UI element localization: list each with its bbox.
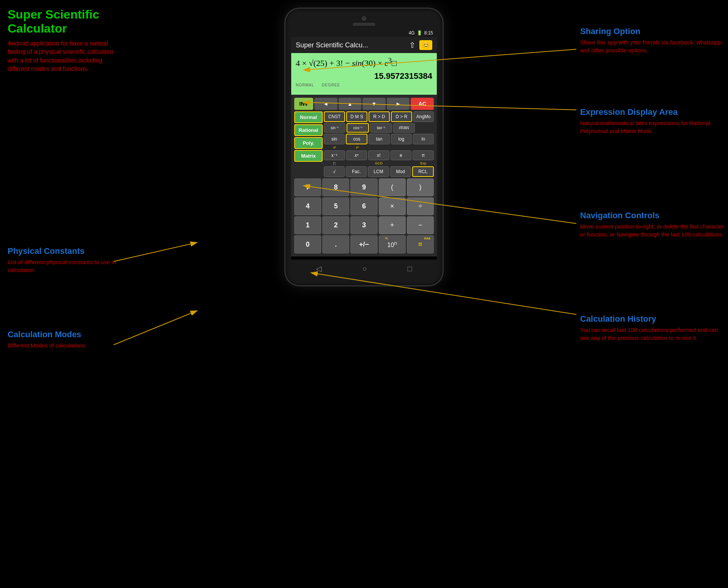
sharing-annotation: Sharing Option Share this app with your … [580, 27, 724, 54]
inv-button[interactable]: INV [294, 98, 313, 110]
app-description: Android application for have a natural f… [8, 39, 121, 74]
numpad: 7 8 9 ( ) 4 5 6 × ÷ 1 2 [294, 178, 434, 253]
num-row-0: 0 . +/− 10n % = Ans [294, 235, 434, 253]
navigation-annotation: Navigation Controls Move current positio… [580, 211, 724, 238]
func-row-2: sin cos tan log ln [324, 134, 434, 144]
ln-button[interactable]: ln [413, 134, 434, 144]
num-row-789: 7 8 9 ( ) [294, 178, 434, 196]
nav-down-button[interactable]: ▼ [362, 98, 386, 110]
network-indicator: 4G [409, 30, 415, 36]
func-row-3-sup: x² x³ [324, 145, 434, 149]
calc-modes-desc: Different Modes of calculations [8, 341, 85, 349]
log-button[interactable]: log [391, 134, 412, 144]
camera [362, 16, 366, 21]
functions-column: CNST D M S R > D D > R AngMo sin⁻¹ cos⁻¹… [324, 111, 434, 177]
expression-annotation: Expression Display Area Natural mathemat… [580, 107, 724, 135]
btn-5[interactable]: 5 [322, 197, 349, 215]
xfact-button[interactable]: x! [368, 150, 389, 160]
rcl-button[interactable]: RCL [412, 166, 434, 177]
sharing-desc: Share this app with your friends via fac… [580, 38, 724, 54]
modes-column: Normal Rational Poly. Matrix [294, 111, 323, 177]
home-nav-icon[interactable]: ○ [362, 264, 367, 273]
navigation-desc: Move current position to right, or delet… [580, 222, 724, 238]
e-button[interactable]: e [391, 150, 412, 160]
history-annotation: Calculation History You can recall last … [580, 314, 724, 342]
calculator-body: INV ◄ ▲ ▼ ► AC Normal Rational Poly. Mat… [291, 95, 437, 256]
emoji-button[interactable]: 😊 [419, 40, 432, 50]
time-display: 8:15 [424, 30, 433, 36]
physical-constants-annotation: Physical Constants List of different phy… [8, 246, 129, 285]
phone-bottom-nav: ◁ ○ □ [291, 260, 437, 278]
ran-button[interactable]: #RAN [393, 123, 415, 133]
sin-button[interactable]: sin [324, 134, 345, 144]
btn-plusminus[interactable]: +/− [350, 235, 377, 253]
btn-6[interactable]: 6 [350, 197, 377, 215]
expression-title: Expression Display Area [580, 107, 724, 117]
btn-equals[interactable]: = Ans [407, 235, 434, 253]
rtod-button[interactable]: R > D [369, 111, 390, 122]
btn-3[interactable]: 3 [350, 216, 377, 234]
btn-dot[interactable]: . [322, 235, 349, 253]
btn-8[interactable]: 8 [322, 178, 349, 196]
calc-modes-title: Calculation Modes [8, 330, 85, 339]
num-row-123: 1 2 3 + − [294, 216, 434, 234]
navigation-title: Navigation Controls [580, 211, 724, 220]
dms-button[interactable]: D M S [346, 111, 367, 122]
app-bar-title: Super Scientific Calcu... [296, 41, 405, 49]
btn-4[interactable]: 4 [294, 197, 321, 215]
nav-left-button[interactable]: ◄ [314, 98, 337, 110]
tan-inv-button[interactable]: tan⁻¹ [370, 123, 392, 133]
mode-matrix-button[interactable]: Matrix [294, 150, 323, 162]
nav-up-button[interactable]: ▲ [339, 98, 362, 110]
share-icon[interactable]: ⇧ [409, 41, 416, 50]
func-row-3: x⁻¹ xⁿ x! e π [324, 150, 434, 160]
btn-open-paren[interactable]: ( [379, 178, 406, 196]
display-area: 4 × √(25) + 3! − sin(30) × e3□ 15.957231… [291, 53, 437, 95]
dtor-button[interactable]: D > R [391, 111, 412, 122]
btn-minus[interactable]: − [407, 216, 434, 234]
tan-button[interactable]: tan [369, 134, 389, 144]
sharing-title: Sharing Option [580, 27, 724, 36]
mode-poly-button[interactable]: Poly. [294, 137, 323, 149]
btn-2[interactable]: 2 [322, 216, 349, 234]
cos-inv-button[interactable]: cos⁻¹ [347, 123, 369, 133]
btn-7[interactable]: 7 [294, 178, 321, 196]
sin-inv-button[interactable]: sin⁻¹ [324, 123, 345, 133]
btn-10n[interactable]: 10n % [379, 235, 406, 253]
mode-rational-button[interactable]: Rational [294, 124, 323, 136]
mode-indicator: NORMAL [296, 83, 314, 87]
btn-multiply[interactable]: × [379, 197, 406, 215]
btn-1[interactable]: 1 [294, 216, 321, 234]
back-nav-icon[interactable]: ◁ [316, 264, 322, 273]
lcm-button[interactable]: LCM [368, 166, 389, 177]
pi-button[interactable]: π [413, 150, 434, 160]
btn-9[interactable]: 9 [350, 178, 377, 196]
xn-button[interactable]: xⁿ [346, 150, 367, 160]
app-bar: Super Scientific Calcu... ⇧ 😊 [291, 37, 437, 53]
ans-label: Ans [424, 236, 430, 240]
btn-plus[interactable]: + [379, 216, 406, 234]
svg-line-6 [114, 311, 197, 345]
sqrt-button[interactable]: √ [324, 166, 345, 177]
cos-button[interactable]: cos [346, 134, 367, 144]
phone-wrapper: 4G 🔋 8:15 Super Scientific Calcu... ⇧ 😊 … [284, 8, 444, 286]
btn-divide[interactable]: ÷ [407, 197, 434, 215]
phone-screen: 4G 🔋 8:15 Super Scientific Calcu... ⇧ 😊 … [291, 29, 437, 278]
cnst-button[interactable]: CNST [324, 111, 345, 122]
mode-normal-button[interactable]: Normal [294, 111, 323, 123]
physical-constants-title: Physical Constants [8, 246, 129, 256]
angmo-button[interactable]: AngMo [413, 111, 434, 122]
mod-button[interactable]: Mod [390, 166, 411, 177]
result-display: 15.9572315384 [296, 71, 432, 81]
phone: 4G 🔋 8:15 Super Scientific Calcu... ⇧ 😊 … [284, 8, 444, 286]
ac-button[interactable]: AC [411, 98, 434, 110]
btn-close-paren[interactable]: ) [407, 178, 434, 196]
nav-row: INV ◄ ▲ ▼ ► AC [294, 98, 434, 110]
xinv-button[interactable]: x⁻¹ [324, 150, 345, 160]
pct-label: % [385, 236, 388, 240]
recent-nav-icon[interactable]: □ [407, 264, 412, 273]
btn-0[interactable]: 0 [294, 235, 321, 253]
nav-right-button[interactable]: ► [387, 98, 410, 110]
fac-button[interactable]: Fac. [346, 166, 367, 177]
func-row-2-sup: sin⁻¹ cos⁻¹ tan⁻¹ #RAN [324, 123, 434, 133]
